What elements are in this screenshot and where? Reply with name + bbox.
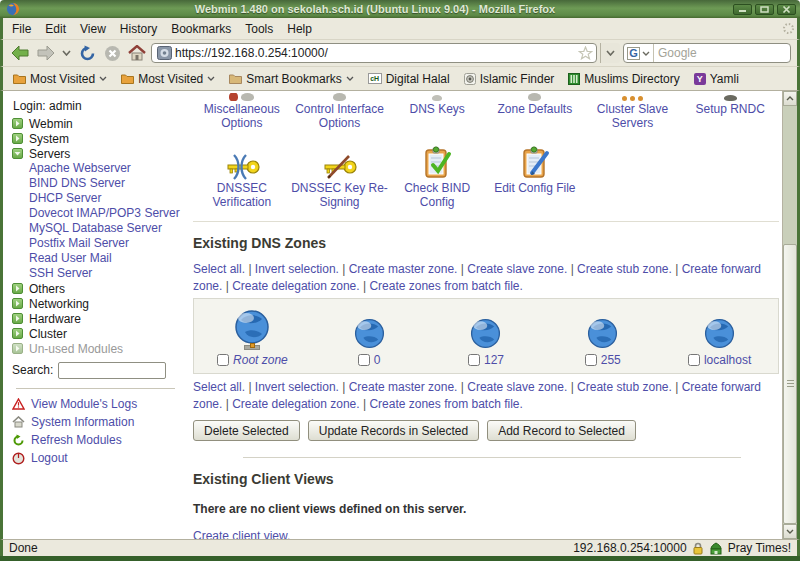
maximize-button[interactable] [755, 4, 774, 15]
url-input[interactable] [175, 46, 575, 60]
globe-icon[interactable] [353, 317, 386, 350]
search-bar[interactable]: G [623, 43, 791, 63]
module-check-bind-config[interactable]: Check BIND Config [388, 142, 486, 209]
module-dnssec-key-resigning[interactable]: DNSSEC Key Re-Signing [291, 142, 389, 209]
select-all-link[interactable]: Select all. [193, 262, 245, 276]
bookmark-star-icon[interactable] [578, 46, 593, 60]
bookmark-most-visited-1[interactable]: Most Visited [7, 70, 113, 88]
zone-link-localhost[interactable]: localhost [704, 353, 751, 367]
delete-selected-button[interactable]: Delete Selected [193, 420, 300, 441]
menu-item-bookmarks[interactable]: Bookmarks [164, 20, 238, 38]
bookmark-muslims-directory[interactable]: Muslims Directory [562, 70, 685, 88]
globe-icon[interactable] [586, 317, 619, 350]
zone-checkbox-localhost[interactable] [688, 354, 700, 366]
history-dropdown-button[interactable] [59, 42, 73, 64]
sidebar-category-others[interactable]: Others [12, 281, 185, 296]
create-delegation-zone-link[interactable]: Create delegation zone. [232, 397, 359, 411]
module-control-interface[interactable]: Control Interface Options [291, 93, 389, 130]
create-slave-zone-link[interactable]: Create slave zone. [467, 380, 567, 394]
bookmark-islamic-finder[interactable]: Islamic Finder [458, 70, 561, 88]
mosque-icon[interactable] [709, 542, 723, 555]
module-setup-rndc[interactable]: Setup RNDC [681, 93, 779, 130]
zone-link-127[interactable]: 127 [484, 353, 504, 367]
sidebar-category-webmin[interactable]: Webmin [12, 116, 185, 131]
forward-button[interactable] [34, 42, 56, 64]
zone-link-0[interactable]: 0 [374, 353, 381, 367]
zone-link-root[interactable]: Root zone [233, 353, 288, 367]
close-button[interactable] [777, 4, 796, 15]
module-edit-config-file[interactable]: Edit Config File [486, 142, 584, 209]
sidebar-category-unused-modules[interactable]: Un-used Modules [12, 341, 185, 356]
globe-icon[interactable] [233, 308, 271, 346]
module-dnssec-verification[interactable]: DNSSEC Verification [193, 142, 291, 209]
add-record-button[interactable]: Add Record to Selected [487, 420, 636, 441]
globe-icon[interactable] [469, 317, 502, 350]
sidebar-item-mysql[interactable]: MySQL Database Server [12, 221, 185, 236]
sidebar-item-bind-dns-server[interactable]: BIND DNS Server [12, 176, 185, 191]
bookmark-yamli[interactable]: Y Yamli [688, 70, 745, 88]
sidebar-item-apache-webserver[interactable]: Apache Webserver [12, 161, 185, 176]
home-button[interactable] [126, 42, 148, 64]
sidebar-category-servers[interactable]: Servers [12, 146, 185, 161]
search-input[interactable] [654, 46, 791, 60]
scroll-down-button[interactable] [783, 524, 797, 539]
module-misc-options[interactable]: Miscellaneous Options [193, 93, 291, 130]
menu-item-history[interactable]: History [113, 20, 164, 38]
zone-checkbox-root[interactable] [217, 354, 229, 366]
back-button[interactable] [9, 42, 31, 64]
module-dns-keys[interactable]: DNS Keys [388, 93, 486, 130]
module-cluster-slave-servers[interactable]: Cluster Slave Servers [584, 93, 682, 130]
globe-icon[interactable] [703, 317, 736, 350]
view-module-logs-link[interactable]: View Module's Logs [12, 395, 185, 413]
logout-link[interactable]: Logout [12, 449, 185, 467]
vertical-scrollbar[interactable] [782, 91, 797, 539]
module-zone-defaults[interactable]: Zone Defaults [486, 93, 584, 130]
sidebar-item-ssh-server[interactable]: SSH Server [12, 266, 185, 281]
bookmark-smart-bookmarks[interactable]: Smart Bookmarks [223, 70, 359, 88]
zone-checkbox-255[interactable] [585, 354, 597, 366]
bookmark-digital-halal[interactable]: cH Digital Halal [362, 70, 456, 88]
title-bar[interactable]: Webmin 1.480 on sekolah.sch.id (Ubuntu L… [0, 0, 800, 18]
create-master-zone-link[interactable]: Create master zone. [349, 380, 458, 394]
menu-item-file[interactable]: File [5, 20, 38, 38]
sidebar-category-networking[interactable]: Networking [12, 296, 185, 311]
sidebar-item-dovecot[interactable]: Dovecot IMAP/POP3 Server [12, 206, 185, 221]
zone-checkbox-0[interactable] [358, 354, 370, 366]
sidebar-item-read-user-mail[interactable]: Read User Mail [12, 251, 185, 266]
bookmark-most-visited-2[interactable]: Most Visited [115, 70, 221, 88]
invert-selection-link[interactable]: Invert selection. [255, 380, 339, 394]
create-client-view-link[interactable]: Create client view. [193, 529, 290, 539]
refresh-modules-link[interactable]: Refresh Modules [12, 431, 185, 449]
pray-times-label[interactable]: Pray Times! [728, 541, 791, 555]
search-engine-button[interactable]: G [624, 44, 654, 62]
status-host[interactable]: 192.168.0.254:10000 [573, 541, 686, 555]
create-zones-batch-link[interactable]: Create zones from batch file. [369, 279, 522, 293]
create-master-zone-link[interactable]: Create master zone. [349, 262, 458, 276]
lock-icon[interactable] [692, 542, 704, 555]
create-delegation-zone-link[interactable]: Create delegation zone. [232, 279, 359, 293]
sidebar-item-postfix[interactable]: Postfix Mail Server [12, 236, 185, 251]
sidebar-category-system[interactable]: System [12, 131, 185, 146]
menu-item-edit[interactable]: Edit [38, 20, 73, 38]
url-dropdown-button[interactable] [600, 43, 620, 63]
sidebar-category-cluster[interactable]: Cluster [12, 326, 185, 341]
menu-item-tools[interactable]: Tools [238, 20, 280, 38]
create-stub-zone-link[interactable]: Create stub zone. [577, 380, 672, 394]
create-slave-zone-link[interactable]: Create slave zone. [467, 262, 567, 276]
sidebar-item-dhcp-server[interactable]: DHCP Server [12, 191, 185, 206]
create-zones-batch-link[interactable]: Create zones from batch file. [369, 397, 522, 411]
url-bar[interactable] [151, 43, 597, 63]
scroll-track[interactable] [783, 106, 797, 524]
update-records-button[interactable]: Update Records in Selected [308, 420, 479, 441]
system-information-link[interactable]: System Information [12, 413, 185, 431]
minimize-button[interactable] [733, 4, 752, 15]
zone-link-255[interactable]: 255 [601, 353, 621, 367]
sidebar-search-input[interactable] [58, 362, 166, 379]
sidebar-category-hardware[interactable]: Hardware [12, 311, 185, 326]
stop-button[interactable] [101, 42, 123, 64]
select-all-link[interactable]: Select all. [193, 380, 245, 394]
zone-checkbox-127[interactable] [468, 354, 480, 366]
menu-item-view[interactable]: View [73, 20, 113, 38]
scroll-thumb[interactable] [783, 244, 797, 524]
scroll-up-button[interactable] [783, 91, 797, 106]
